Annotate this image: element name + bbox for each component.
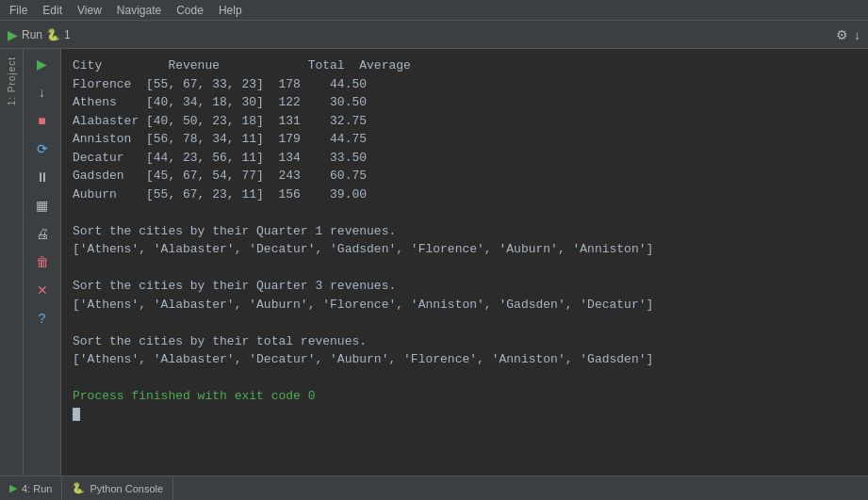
run-tab-label: 4: Run	[22, 483, 52, 494]
sidebar-project-label: 1: Project	[7, 53, 17, 109]
console-row-decatur: Decatur [44, 23, 56, 11] 134 33.50	[73, 149, 857, 168]
console-row-athens: Athens [40, 34, 18, 30] 122 30.50	[73, 93, 857, 112]
python-console-tab[interactable]: 🐍 Python Console	[62, 476, 173, 500]
menu-file[interactable]: File	[4, 0, 33, 20]
close-button[interactable]: ✕	[31, 279, 54, 301]
console-row-alabaster: Alabaster [40, 50, 23, 18] 131 32.75	[73, 112, 857, 131]
menu-code[interactable]: Code	[171, 0, 209, 20]
console-sort-total-label: Sort the cities by their total revenues.	[73, 332, 857, 351]
console-sort-q3-result: ['Athens', 'Alabaster', 'Auburn', 'Flore…	[73, 296, 857, 315]
console-header-line: City Revenue Total Average	[73, 56, 857, 75]
run-tab-icon: ▶	[9, 482, 17, 494]
rerun-button[interactable]: ⟳	[31, 137, 54, 160]
console-cursor-line	[73, 406, 857, 425]
bottombar: ▶ 4: Run 🐍 Python Console	[0, 476, 868, 500]
stop-button[interactable]: ■	[31, 109, 54, 132]
cursor-blink	[73, 408, 80, 421]
run-controls-panel: ▶ ↓ ■ ⟳ ⏸ ▦ 🖨 🗑 ✕ ?	[24, 49, 61, 476]
console-blank-1	[73, 203, 857, 222]
run-toolbar: ▶ Run 🐍 1	[8, 27, 71, 42]
sidebar-left: 1: Project	[0, 49, 24, 476]
play-button[interactable]: ▶	[31, 53, 54, 75]
console-row-anniston: Anniston [56, 78, 34, 11] 179 44.75	[73, 130, 857, 149]
print-button[interactable]: 🖨	[31, 222, 54, 245]
console-blank-2	[73, 259, 857, 278]
step-over-button[interactable]: ↓	[31, 81, 54, 104]
console-blank-3	[73, 314, 857, 332]
gear-icon[interactable]: ⚙	[836, 27, 848, 42]
console-blank-4	[73, 369, 857, 388]
run-number: 1	[64, 28, 71, 41]
help-button[interactable]: ?	[31, 307, 54, 330]
console-row-auburn: Auburn [55, 67, 23, 11] 156 39.00	[73, 185, 857, 204]
console-sort-total-result: ['Athens', 'Alabaster', 'Decatur', 'Aubu…	[73, 350, 857, 369]
menu-view[interactable]: View	[72, 0, 107, 20]
run-label: Run	[22, 28, 42, 41]
run-number-icon: 🐍	[46, 28, 60, 41]
console-row-florence: Florence [55, 67, 33, 23] 178 44.50	[73, 75, 857, 94]
run-tab[interactable]: ▶ 4: Run	[0, 476, 62, 500]
menu-edit[interactable]: Edit	[37, 0, 68, 20]
python-icon: 🐍	[72, 482, 85, 494]
trash-button[interactable]: 🗑	[31, 250, 54, 273]
menu-navigate[interactable]: Navigate	[111, 0, 167, 20]
grid-button[interactable]: ▦	[31, 194, 54, 217]
console-sort-q1-result: ['Athens', 'Alabaster', 'Decatur', 'Gads…	[73, 240, 857, 259]
console-output: City Revenue Total Average Florence [55,…	[61, 49, 868, 476]
console-row-gadsden: Gadsden [45, 67, 54, 77] 243 60.75	[73, 167, 857, 185]
console-process-msg: Process finished with exit code 0	[73, 387, 857, 406]
console-sort-q3-label: Sort the cities by their Quarter 3 reven…	[73, 277, 857, 296]
console-sort-q1-label: Sort the cities by their Quarter 1 reven…	[73, 222, 857, 241]
settings-down-icon[interactable]: ↓	[854, 27, 860, 42]
toolbar: ▶ Run 🐍 1 ⚙ ↓	[0, 21, 868, 49]
run-icon: ▶	[8, 27, 18, 42]
python-console-label: Python Console	[90, 483, 163, 494]
main-area: 1: Project ▶ ↓ ■ ⟳ ⏸ ▦ 🖨 🗑 ✕ ? City Reve…	[0, 49, 868, 476]
pause-button[interactable]: ⏸	[31, 166, 54, 188]
menu-help[interactable]: Help	[213, 0, 248, 20]
menubar: File Edit View Navigate Code Help	[0, 0, 868, 21]
